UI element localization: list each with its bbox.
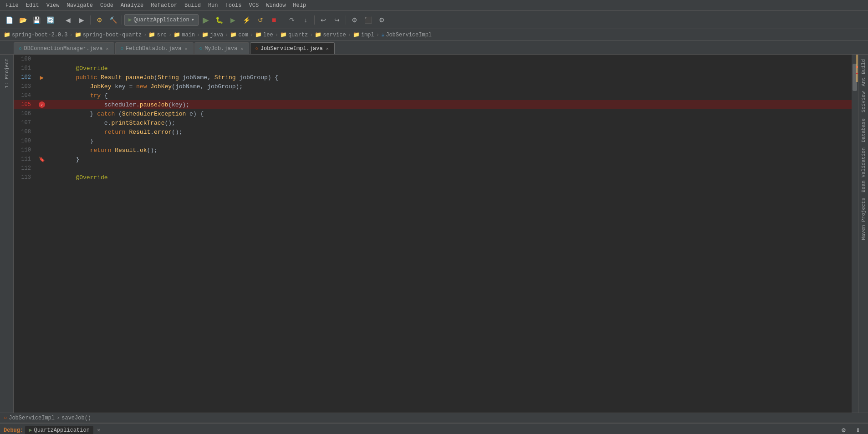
- bc-src[interactable]: 📁 src: [148, 31, 167, 38]
- line-num-112: 112: [14, 165, 36, 172]
- line-code-113: @Override: [47, 174, 858, 181]
- debug-app-icon: ▶: [29, 427, 32, 434]
- tab-fetchdata[interactable]: ○ FetchDataJob.java ✕: [115, 42, 193, 54]
- bc-service[interactable]: 📁 service: [315, 31, 346, 38]
- save-all-button[interactable]: 💾: [30, 14, 43, 26]
- debug-panel-header: Debug: ▶ QuartzApplication ✕ ⚙ ⬇: [0, 424, 868, 434]
- line-code-103: JobKey key = new JobKey(jobName, jobGrou…: [47, 83, 858, 90]
- terminal-button[interactable]: ⬛: [362, 14, 375, 26]
- run-config-dropdown[interactable]: ▶ QuartzApplication ▾: [124, 14, 199, 26]
- menu-window[interactable]: Window: [262, 2, 289, 9]
- gutter-111: 🔖: [36, 156, 47, 162]
- forward-button[interactable]: ▶: [75, 14, 88, 26]
- line-code-108: return Result.error();: [47, 129, 858, 136]
- sidebar-project-label[interactable]: 1: Project: [3, 56, 10, 90]
- bc-main[interactable]: 📁 main: [174, 31, 195, 38]
- line-num-106: 106: [14, 111, 36, 117]
- coverage-button[interactable]: ▶: [227, 14, 240, 26]
- debug-app-tab[interactable]: ▶ QuartzApplication: [25, 426, 93, 434]
- menu-build[interactable]: Build: [181, 2, 204, 9]
- back-button[interactable]: ◀: [61, 14, 74, 26]
- code-line-112: 112: [14, 164, 858, 173]
- reload-button[interactable]: ↺: [254, 14, 267, 26]
- code-editor[interactable]: 100 101 @Override 102 ▶: [14, 55, 858, 413]
- bc-quartz-project[interactable]: 📁 spring-boot-quartz: [75, 31, 142, 38]
- tab-dbconnection[interactable]: ○ DBConnectionManager.java ✕: [14, 42, 114, 54]
- undo-button[interactable]: ↩: [317, 14, 330, 26]
- bc-java[interactable]: 📁 java: [202, 31, 223, 38]
- tab-close-db[interactable]: ✕: [105, 45, 109, 52]
- tab-close-myjob[interactable]: ✕: [240, 45, 244, 52]
- toolbar-sep-5: [314, 15, 315, 25]
- menu-run[interactable]: Run: [204, 2, 222, 9]
- panel-database[interactable]: Database: [860, 116, 867, 145]
- settings-button[interactable]: ⚙: [376, 14, 388, 26]
- line-code-110: return Result.ok();: [47, 147, 858, 154]
- line-num-100: 100: [14, 56, 36, 62]
- menu-navigate[interactable]: Navigate: [63, 2, 97, 9]
- panel-ant-build[interactable]: Ant Build: [860, 56, 867, 89]
- panel-maven[interactable]: Maven Projects: [860, 195, 867, 242]
- step-over-button[interactable]: ↷: [286, 14, 298, 26]
- tab-myjob[interactable]: ○ MyJob.java ✕: [194, 42, 250, 54]
- build-button[interactable]: ⚙: [93, 14, 106, 26]
- debug-settings-btn[interactable]: ⚙: [837, 424, 850, 434]
- bc-main-label: main: [182, 32, 195, 38]
- bc-spring-boot-label: spring-boot-2.0.3: [12, 32, 67, 38]
- code-line-111: 111 🔖 }: [14, 155, 858, 164]
- gradle-button[interactable]: ⚙: [348, 14, 361, 26]
- line-code-104: try {: [47, 92, 858, 99]
- menu-refactor[interactable]: Refactor: [147, 2, 181, 9]
- menu-code[interactable]: Code: [97, 2, 117, 9]
- panel-bean-validation[interactable]: Bean Validation: [860, 145, 867, 195]
- open-button[interactable]: 📂: [16, 14, 29, 26]
- folder-icon-4: 📁: [174, 31, 180, 38]
- tab-close-fetch[interactable]: ✕: [184, 45, 189, 52]
- bc-jobserviceimpl[interactable]: ☕ JobServiceImpl: [381, 31, 432, 38]
- editor-bc-class[interactable]: JobServiceImpl: [9, 415, 55, 421]
- line-code-109: }: [47, 138, 858, 145]
- line-code-106: } catch (SchedulerException e) {: [47, 111, 858, 117]
- bc-sep-6: ›: [250, 32, 253, 38]
- menu-help[interactable]: Help: [289, 2, 310, 9]
- line-num-103: 103: [14, 83, 36, 90]
- editor-breadcrumb: ○ JobServiceImpl › saveJob(): [0, 413, 868, 423]
- toolbar-sep-2: [90, 15, 91, 25]
- scroll-marker-error: [856, 73, 858, 74]
- line-code-111: }: [47, 156, 858, 163]
- build-project-button[interactable]: 🔨: [107, 14, 119, 26]
- tab-icon-db: ○: [19, 46, 22, 51]
- bc-spring-boot[interactable]: 📁 spring-boot-2.0.3: [4, 31, 67, 38]
- menu-file[interactable]: File: [2, 2, 22, 9]
- debug-minimize-btn[interactable]: ⬇: [852, 424, 864, 434]
- editor-bc-sep: ›: [56, 415, 60, 421]
- bc-quartz[interactable]: 📁 quartz: [280, 31, 308, 38]
- tab-jobserviceimpl[interactable]: ○ JobServiceImpl.java ✕: [250, 42, 334, 54]
- bc-com[interactable]: 📁 com: [230, 31, 248, 38]
- line-num-110: 110: [14, 147, 36, 153]
- redo-button[interactable]: ↪: [331, 14, 343, 26]
- toolbar-sep-1: [59, 15, 59, 25]
- line-num-102: 102: [14, 74, 36, 81]
- editor-bc-method[interactable]: saveJob(): [61, 415, 91, 421]
- tab-label-jobservice: JobServiceImpl.java: [260, 45, 323, 52]
- scrollbar[interactable]: [852, 55, 858, 413]
- bc-lee[interactable]: 📁 lee: [255, 31, 273, 38]
- debug-button[interactable]: 🐛: [213, 14, 226, 26]
- menu-analyze[interactable]: Analyze: [117, 2, 147, 9]
- tab-close-jobservice[interactable]: ✕: [325, 45, 330, 52]
- new-file-button[interactable]: 📄: [3, 14, 15, 26]
- bc-com-label: com: [238, 32, 248, 38]
- run-button[interactable]: ▶: [199, 14, 212, 26]
- menu-edit[interactable]: Edit: [22, 2, 43, 9]
- stop-button[interactable]: ■: [268, 14, 281, 26]
- menu-tools[interactable]: Tools: [222, 2, 245, 9]
- menu-view[interactable]: View: [43, 2, 63, 9]
- panel-sciview[interactable]: SciView: [860, 89, 867, 115]
- profile-button[interactable]: ⚡: [240, 14, 253, 26]
- sync-button[interactable]: 🔄: [44, 14, 56, 26]
- bc-impl[interactable]: 📁 impl: [353, 31, 374, 38]
- step-into-button[interactable]: ↓: [299, 14, 312, 26]
- debug-close-btn[interactable]: ✕: [97, 427, 100, 434]
- menu-vcs[interactable]: VCS: [245, 2, 263, 9]
